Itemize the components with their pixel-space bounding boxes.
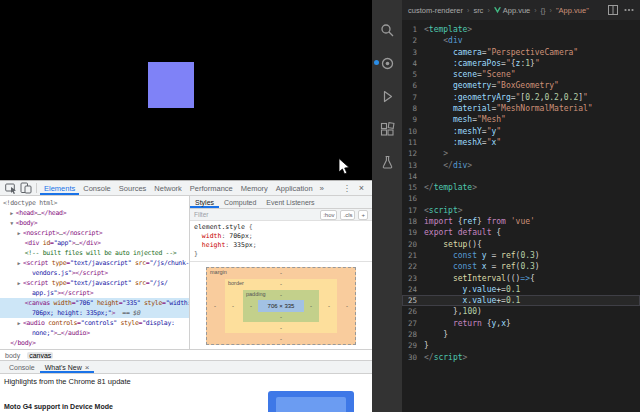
- close-tab-icon[interactable]: ×: [85, 363, 90, 372]
- code-line-17[interactable]: 17<script>: [402, 205, 640, 216]
- style-rule-line[interactable]: height: 335px;: [194, 241, 368, 250]
- tab-performance[interactable]: Performance: [186, 181, 237, 195]
- crumb-body[interactable]: body: [5, 352, 20, 359]
- code-line-13[interactable]: 13 </div>: [402, 160, 640, 171]
- inspect-icon[interactable]: [3, 182, 18, 195]
- code-line-23[interactable]: 23 setInterval(()=>{: [402, 273, 640, 284]
- dom-node-line[interactable]: ▶ <audio controls="controls" style="disp…: [0, 318, 189, 328]
- crumb-canvas[interactable]: canvas: [27, 352, 53, 359]
- breadcrumb-item[interactable]: src: [473, 6, 483, 15]
- split-editor-icon[interactable]: [608, 5, 618, 15]
- code-line-22[interactable]: 22 const x = ref(0.3): [402, 261, 640, 272]
- breadcrumb-item[interactable]: custom-renderer: [408, 6, 463, 15]
- box-model-border[interactable]: border - - - - padding - - -: [225, 279, 337, 333]
- tab-computed[interactable]: Computed: [219, 196, 261, 208]
- code-line-20[interactable]: 20 setup(){: [402, 239, 640, 250]
- code-line-3[interactable]: 3 camera="PerspectiveCamera": [402, 47, 640, 58]
- dom-node-line[interactable]: <!doctype html>: [0, 198, 189, 208]
- style-rule-line[interactable]: }: [194, 250, 368, 259]
- dom-node-line[interactable]: </body>: [0, 338, 189, 348]
- style-rule-line[interactable]: element.style {: [194, 223, 368, 232]
- tab-network[interactable]: Network: [150, 181, 186, 195]
- margin-left-value[interactable]: -: [214, 303, 216, 309]
- beaker-icon[interactable]: [379, 154, 395, 170]
- box-model-margin[interactable]: margin - - - - border - - - -: [206, 267, 356, 345]
- code-line-25[interactable]: 25 x.value+=0.1: [402, 295, 640, 306]
- tab-console[interactable]: Console: [79, 181, 115, 195]
- tab-elements[interactable]: Elements: [40, 181, 79, 195]
- code-line-1[interactable]: 1<template>: [402, 24, 640, 35]
- code-line-15[interactable]: 15</template>: [402, 182, 640, 193]
- extensions-icon[interactable]: [379, 121, 395, 137]
- new-style-rule-button[interactable]: +: [358, 210, 368, 220]
- tab-memory[interactable]: Memory: [237, 181, 272, 195]
- code-line-18[interactable]: 18import {ref} from 'vue': [402, 216, 640, 227]
- style-rule-line[interactable]: width: 706px;: [194, 232, 368, 241]
- code-line-10[interactable]: 10 :meshY="y": [402, 126, 640, 137]
- tab-overflow-chevron[interactable]: »: [317, 184, 327, 193]
- border-left-value[interactable]: -: [232, 303, 234, 309]
- code-line-14[interactable]: 14: [402, 171, 640, 182]
- whats-new-item-title[interactable]: Moto G4 support in Device Mode: [4, 403, 113, 410]
- code-line-24[interactable]: 24 y.value+=0.1: [402, 284, 640, 295]
- toggle-class-button[interactable]: .cls: [340, 210, 355, 220]
- box-model-padding[interactable]: padding - - - - 706 × 335: [243, 290, 319, 322]
- target-icon[interactable]: [379, 55, 395, 71]
- dom-node-line[interactable]: none;">…</audio>: [0, 328, 189, 338]
- box-model-content[interactable]: 706 × 335: [258, 300, 304, 312]
- code-line-7[interactable]: 7 :geometryArg="[0.2,0.2,0.2]": [402, 92, 640, 103]
- dom-node-line[interactable]: ▶ <head>…</head>: [0, 208, 189, 218]
- margin-top-value[interactable]: -: [280, 270, 282, 276]
- padding-top-value[interactable]: -: [280, 292, 282, 298]
- code-line-5[interactable]: 5 scene="Scene": [402, 69, 640, 80]
- dom-node-line[interactable]: <div id="app">…</div>: [0, 238, 189, 248]
- dom-node-line[interactable]: ▼ <body>: [0, 218, 189, 228]
- dom-node-line[interactable]: <!-- built files will be auto injected -…: [0, 248, 189, 258]
- devtools-menu-icon[interactable]: ⋮: [340, 184, 354, 193]
- dom-node-line[interactable]: vendors.js"></script>: [0, 268, 189, 278]
- code-line-6[interactable]: 6 geometry="BoxGeometry": [402, 80, 640, 91]
- rendered-page-canvas[interactable]: [0, 0, 372, 180]
- breadcrumb-item[interactable]: {}: [541, 6, 546, 15]
- tab-event-listeners[interactable]: Event Listeners: [261, 196, 319, 208]
- padding-right-value[interactable]: -: [310, 303, 312, 309]
- code-line-9[interactable]: 9 mesh="Mesh": [402, 114, 640, 125]
- styles-filter-input[interactable]: Filter: [194, 211, 317, 218]
- breadcrumb-item[interactable]: App.vue: [494, 6, 531, 15]
- padding-left-value[interactable]: -: [250, 303, 252, 309]
- breadcrumb-item[interactable]: "App.vue": [556, 6, 589, 15]
- code-line-4[interactable]: 4 :cameraPos="{z:1}": [402, 58, 640, 69]
- code-line-11[interactable]: 11 :meshX="x": [402, 137, 640, 148]
- run-icon[interactable]: [379, 88, 395, 104]
- code-line-19[interactable]: 19export default {: [402, 227, 640, 238]
- toggle-hover-state-button[interactable]: :hov: [320, 210, 337, 220]
- tab-styles[interactable]: Styles: [190, 196, 219, 208]
- device-toolbar-icon[interactable]: [18, 182, 33, 195]
- dom-node-line[interactable]: ▶ <script type="text/javascript" src="/j…: [0, 278, 189, 288]
- padding-bottom-value[interactable]: -: [280, 314, 282, 320]
- code-line-26[interactable]: 26 },100): [402, 306, 640, 317]
- dom-node-line[interactable]: ▶ <script type="text/javascript" src="/j…: [0, 258, 189, 268]
- dom-node-line[interactable]: ▶ <noscript>…</noscript>: [0, 228, 189, 238]
- code-line-30[interactable]: 30</script>: [402, 352, 640, 363]
- code-line-12[interactable]: 12 >: [402, 148, 640, 159]
- tab-what-s-new[interactable]: What's New×: [40, 361, 95, 373]
- code-line-8[interactable]: 8 material="MeshNormalMaterial": [402, 103, 640, 114]
- tab-sources[interactable]: Sources: [115, 181, 151, 195]
- search-icon[interactable]: [379, 22, 395, 38]
- border-bottom-value[interactable]: -: [280, 325, 282, 331]
- code-line-28[interactable]: 28 }: [402, 329, 640, 340]
- code-line-29[interactable]: 29}: [402, 340, 640, 351]
- dom-node-line[interactable]: 706px; height: 335px;"> == $0: [0, 308, 189, 318]
- tab-application[interactable]: Application: [272, 181, 317, 195]
- devtools-close-button[interactable]: ×: [354, 183, 369, 193]
- border-right-value[interactable]: -: [328, 303, 330, 309]
- dom-node-line[interactable]: <canvas width="706" height="335" style="…: [0, 298, 189, 308]
- margin-right-value[interactable]: -: [346, 303, 348, 309]
- code-line-21[interactable]: 21 const y = ref(0.3): [402, 250, 640, 261]
- more-actions-icon[interactable]: [624, 8, 634, 12]
- border-top-value[interactable]: -: [280, 281, 282, 287]
- whats-new-thumbnail[interactable]: [268, 391, 354, 412]
- code-line-16[interactable]: 16: [402, 193, 640, 204]
- code-line-27[interactable]: 27 return {y,x}: [402, 318, 640, 329]
